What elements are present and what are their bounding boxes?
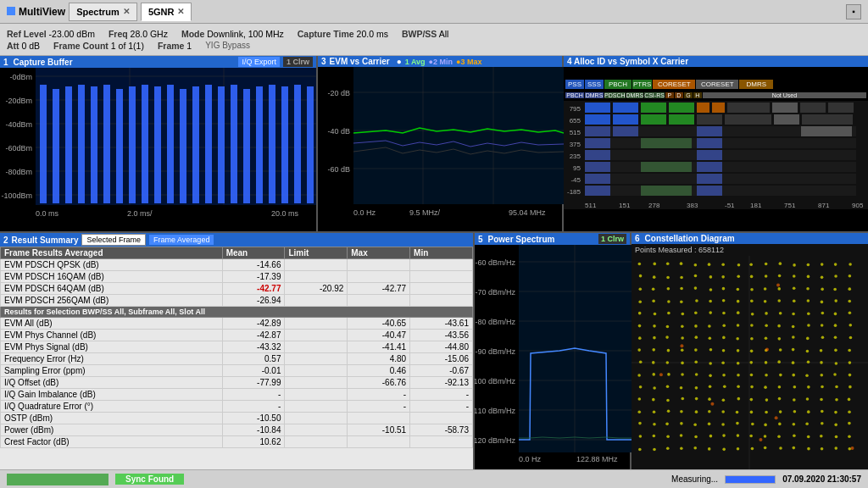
svg-rect-105 bbox=[697, 174, 722, 184]
svg-point-197 bbox=[667, 312, 670, 315]
svg-point-258 bbox=[848, 349, 851, 352]
svg-point-248 bbox=[709, 348, 713, 352]
table-row: I/Q Quadrature Error (°) --- bbox=[1, 401, 473, 413]
svg-rect-95 bbox=[697, 138, 722, 148]
svg-point-145 bbox=[834, 263, 837, 266]
svg-rect-82 bbox=[669, 114, 694, 125]
svg-point-229 bbox=[665, 336, 669, 339]
constellation-chart bbox=[632, 256, 868, 469]
svg-text:383: 383 bbox=[687, 202, 698, 209]
table-row: Sampling Error (ppm) -0.010.46-0.67 bbox=[1, 365, 473, 377]
svg-point-149 bbox=[666, 276, 670, 280]
svg-point-291 bbox=[639, 385, 643, 389]
svg-point-363 bbox=[749, 435, 753, 438]
svg-point-163 bbox=[638, 287, 642, 291]
svg-point-273 bbox=[835, 362, 838, 365]
yig-bypass: YIG Bypass bbox=[205, 41, 250, 50]
svg-point-173 bbox=[777, 287, 781, 291]
svg-point-361 bbox=[722, 434, 726, 437]
svg-point-260 bbox=[652, 361, 655, 364]
svg-point-271 bbox=[807, 361, 810, 364]
svg-point-146 bbox=[849, 263, 852, 266]
svg-point-289 bbox=[833, 373, 837, 376]
svg-rect-25 bbox=[167, 85, 174, 203]
svg-point-255 bbox=[806, 350, 810, 353]
capture-chart: -0dBm -20dBm -40dBm -60dBm -80dBm -100dB… bbox=[0, 68, 318, 218]
close-5gnr-icon[interactable]: ✕ bbox=[177, 7, 184, 16]
svg-rect-32 bbox=[256, 86, 263, 203]
svg-rect-80 bbox=[613, 114, 638, 125]
svg-point-270 bbox=[792, 361, 795, 364]
att-label: Att bbox=[7, 41, 19, 51]
svg-point-195 bbox=[638, 312, 642, 315]
svg-text:-45: -45 bbox=[570, 176, 581, 184]
svg-text:-100dBm: -100dBm bbox=[1, 191, 32, 200]
svg-text:0.0 Hz: 0.0 Hz bbox=[519, 455, 542, 463]
svg-point-330 bbox=[736, 411, 739, 414]
svg-point-167 bbox=[694, 286, 698, 290]
svg-point-224 bbox=[821, 324, 824, 327]
capture-title: Capture Buffer bbox=[14, 58, 73, 67]
tab-spectrum[interactable]: Spectrum ✕ bbox=[69, 3, 137, 21]
svg-text:-40 dB: -40 dB bbox=[327, 127, 350, 136]
svg-point-293 bbox=[666, 385, 670, 388]
col-header-mean: Mean bbox=[222, 247, 285, 259]
svg-text:2.0 ms/: 2.0 ms/ bbox=[127, 209, 153, 218]
svg-point-196 bbox=[654, 313, 657, 316]
svg-point-329 bbox=[721, 410, 725, 413]
svg-point-152 bbox=[709, 275, 713, 279]
svg-point-174 bbox=[793, 286, 796, 290]
table-row: OSTP (dBm) -10.50 bbox=[1, 413, 473, 424]
svg-rect-24 bbox=[154, 86, 161, 203]
svg-point-189 bbox=[777, 299, 781, 302]
svg-text:151: 151 bbox=[619, 202, 631, 209]
svg-point-350 bbox=[793, 423, 796, 426]
svg-point-150 bbox=[680, 276, 683, 280]
table-row: EVM PDSCH QPSK (dB) -14.66 bbox=[1, 259, 473, 271]
svg-point-264 bbox=[709, 362, 712, 365]
svg-point-247 bbox=[694, 348, 698, 352]
svg-point-388 bbox=[710, 402, 714, 406]
svg-text:515: 515 bbox=[570, 129, 581, 136]
svg-rect-16 bbox=[53, 89, 59, 203]
svg-rect-85 bbox=[774, 114, 799, 125]
svg-point-358 bbox=[680, 434, 683, 437]
table-row: EVM PDSCH 64QAM (dB) -42.77 -20.92 -42.7… bbox=[1, 283, 473, 295]
table-row: I/Q Offset (dB) -77.99-66.76-92.13 bbox=[1, 377, 473, 389]
top-bar: MultiView Spectrum ✕ 5GNR ✕ ▪ bbox=[0, 0, 868, 24]
svg-text:0.0 Hz: 0.0 Hz bbox=[353, 208, 376, 217]
svg-point-345 bbox=[721, 423, 725, 426]
svg-point-165 bbox=[667, 287, 670, 291]
svg-point-343 bbox=[693, 423, 697, 426]
frame-count-label: Frame Count bbox=[53, 41, 108, 51]
svg-point-342 bbox=[680, 422, 683, 425]
window-button[interactable]: ▪ bbox=[846, 4, 861, 19]
selected-frame-btn[interactable]: Selected Frame bbox=[81, 234, 146, 246]
ref-level-label: Ref Level bbox=[7, 29, 47, 39]
svg-point-337 bbox=[834, 411, 837, 414]
svg-point-311 bbox=[695, 397, 698, 401]
tab-5gnr[interactable]: 5GNR ✕ bbox=[141, 3, 192, 21]
svg-point-359 bbox=[694, 435, 698, 439]
svg-rect-15 bbox=[40, 85, 47, 203]
svg-rect-74 bbox=[712, 103, 725, 113]
svg-text:20.0 ms: 20.0 ms bbox=[271, 209, 299, 218]
capture-title-bar: 1 Capture Buffer I/Q Export 1 Clrw bbox=[0, 56, 316, 68]
svg-point-348 bbox=[764, 424, 767, 427]
svg-point-132 bbox=[653, 263, 656, 266]
svg-text:-110 dBm/Hz: -110 dBm/Hz bbox=[475, 407, 515, 415]
svg-text:9.5 MHz/: 9.5 MHz/ bbox=[409, 208, 441, 217]
iq-export-btn[interactable]: I/Q Export bbox=[238, 57, 280, 67]
svg-point-188 bbox=[764, 300, 767, 303]
svg-point-206 bbox=[792, 313, 795, 316]
svg-point-307 bbox=[638, 397, 642, 401]
close-spectrum-icon[interactable]: ✕ bbox=[123, 7, 130, 16]
frame-averaged-btn[interactable]: Frame Averaged bbox=[149, 235, 214, 245]
svg-point-236 bbox=[765, 336, 768, 340]
datetime: 07.09.2020 21:30:57 bbox=[782, 474, 861, 484]
svg-point-162 bbox=[849, 274, 852, 278]
svg-point-314 bbox=[737, 397, 741, 401]
svg-rect-75 bbox=[727, 103, 770, 113]
svg-text:235: 235 bbox=[570, 152, 581, 160]
svg-point-266 bbox=[737, 362, 740, 365]
